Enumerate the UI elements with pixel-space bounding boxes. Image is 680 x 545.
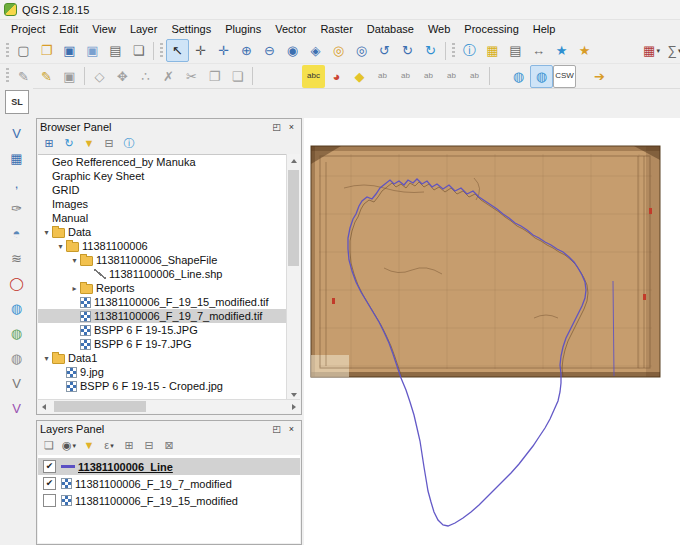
diagram-options-button[interactable]: ◆ <box>348 65 371 88</box>
add-vector-layer-button[interactable]: V <box>5 122 28 145</box>
move-feature-button[interactable]: ✥ <box>111 65 134 88</box>
new-project-button[interactable]: ▢ <box>12 39 35 62</box>
copy-features-button[interactable]: ❐ <box>203 65 226 88</box>
web-services-button[interactable]: ◍ <box>530 65 553 88</box>
node-tool-button[interactable]: ∴ <box>134 65 157 88</box>
filter-legend-button[interactable]: ▼ <box>79 436 99 455</box>
add-raster-layer-button[interactable]: ▦ <box>5 147 28 170</box>
measure-button[interactable]: ↔ <box>527 39 550 62</box>
toolbar-grip[interactable] <box>160 43 163 59</box>
collapse-all-button[interactable]: ⊟ <box>99 134 119 153</box>
label-pin-button[interactable]: ab <box>371 65 394 88</box>
properties-widget-button[interactable]: ⓘ <box>119 134 139 153</box>
tree-item[interactable]: Graphic Key Sheet <box>38 169 288 183</box>
collapse-arrow-icon[interactable]: ▾ <box>69 256 80 265</box>
tree-item[interactable]: Manual <box>38 211 288 225</box>
add-spatialite-layer-button[interactable]: ✑ <box>5 197 28 220</box>
add-group-button[interactable]: ❏ <box>39 436 59 455</box>
menu-raster[interactable]: Raster <box>313 21 359 37</box>
toolbar-grip[interactable] <box>6 43 9 59</box>
menu-project[interactable]: Project <box>4 21 52 37</box>
csw-button[interactable]: CSW <box>553 65 576 88</box>
add-selected-layers-button[interactable]: ⊞ <box>39 134 59 153</box>
tree-item[interactable]: 11381100006_F_19_15_modified.tif <box>38 295 288 309</box>
menu-help[interactable]: Help <box>526 21 563 37</box>
pan-map-button[interactable]: ✛ <box>189 39 212 62</box>
browser-horizontal-scrollbar[interactable] <box>38 399 300 413</box>
browser-float-icon[interactable]: ◰ <box>270 120 283 133</box>
checkbox-checked[interactable]: ✔ <box>43 460 56 473</box>
menu-vector[interactable]: Vector <box>268 21 313 37</box>
toolbar-grip[interactable] <box>6 68 9 84</box>
add-postgis-layer-button[interactable]: ◓ <box>5 222 28 245</box>
zoom-next-button[interactable]: ↻ <box>396 39 419 62</box>
save-project-as-button[interactable]: ▣ <box>81 39 104 62</box>
label-rotate-button[interactable]: ab <box>440 65 463 88</box>
zoom-full-button[interactable]: ◈ <box>304 39 327 62</box>
delete-selected-button[interactable]: ✗ <box>157 65 180 88</box>
cut-features-button[interactable]: ✂ <box>180 65 203 88</box>
scroll-left-button[interactable] <box>38 400 51 413</box>
paste-features-button[interactable]: ❏ <box>226 65 249 88</box>
zoom-native-button[interactable]: ◉ <box>281 39 304 62</box>
add-wcs-layer-button[interactable]: ◍ <box>5 322 28 345</box>
tree-item[interactable]: ▾Data1 <box>38 351 288 365</box>
tree-item[interactable]: 11381100006_F_19_7_modified.tif <box>38 309 288 323</box>
scroll-right-button[interactable] <box>287 400 300 413</box>
tree-item[interactable]: BSPP 6 F 19-15 - Croped.jpg <box>38 379 288 393</box>
tree-item[interactable]: ▸Reports <box>38 281 288 295</box>
tree-item[interactable]: BSPP 6 F 19-7.JPG <box>38 337 288 351</box>
metasearch-button[interactable]: ◍ <box>507 65 530 88</box>
select-features-button[interactable]: ▦ <box>481 39 504 62</box>
add-mssql-layer-button[interactable]: ≋ <box>5 247 28 270</box>
zoom-last-button[interactable]: ↺ <box>373 39 396 62</box>
new-bookmark-button[interactable]: ★ <box>550 39 573 62</box>
sl-plugin-button[interactable]: SL <box>5 90 29 114</box>
refresh-browser-button[interactable]: ↻ <box>59 134 79 153</box>
menu-web[interactable]: Web <box>421 21 457 37</box>
refresh-map-button[interactable]: ↻ <box>419 39 442 62</box>
tree-item[interactable]: ▾11381100006 <box>38 239 288 253</box>
tree-item[interactable]: ▾11381100006_ShapeFile <box>38 253 288 267</box>
checkbox-unchecked[interactable] <box>43 494 56 507</box>
identify-button[interactable]: ⓘ <box>458 39 481 62</box>
pan-to-selection-button[interactable]: ✛ <box>212 39 235 62</box>
open-project-button[interactable]: ❐ <box>35 39 58 62</box>
menu-settings[interactable]: Settings <box>164 21 218 37</box>
menu-view[interactable]: View <box>85 21 123 37</box>
layers-float-icon[interactable]: ◰ <box>270 422 283 435</box>
layer-labeling-button[interactable]: abc <box>302 65 325 88</box>
expand-all-button[interactable]: ⊞ <box>119 436 139 455</box>
collapse-arrow-icon[interactable]: ▾ <box>41 228 52 237</box>
save-project-button[interactable]: ▣ <box>58 39 81 62</box>
expand-arrow-icon[interactable]: ▸ <box>69 284 80 293</box>
browser-vertical-scrollbar[interactable] <box>286 154 300 401</box>
select-tool-button[interactable]: ↖ <box>166 39 189 62</box>
tree-item[interactable]: Images <box>38 197 288 211</box>
add-virtual-layer-button[interactable]: V <box>5 397 28 420</box>
toolbar-grip[interactable] <box>452 43 455 59</box>
menu-edit[interactable]: Edit <box>52 21 85 37</box>
filter-expression-button[interactable]: ε▾ <box>99 436 119 455</box>
add-wms-layer-button[interactable]: ◍ <box>5 297 28 320</box>
collapse-arrow-icon[interactable]: ▾ <box>55 242 66 251</box>
add-oracle-layer-button[interactable]: ◯ <box>5 272 28 295</box>
layer-item[interactable]: 11381100006_F_19_15_modified <box>38 492 300 509</box>
menu-layer[interactable]: Layer <box>123 21 165 37</box>
layer-item[interactable]: ✔11381100006_Line <box>38 458 300 475</box>
add-delimited-text-button[interactable]: , <box>5 172 28 195</box>
show-bookmarks-button[interactable]: ★ <box>573 39 596 62</box>
new-shapefile-layer-button[interactable]: V <box>5 372 28 395</box>
remove-layer-button[interactable]: ⊠ <box>159 436 179 455</box>
open-attribute-table-button[interactable]: ▤ <box>504 39 527 62</box>
layers-close-icon[interactable]: × <box>285 422 298 435</box>
save-layer-edits-button[interactable]: ▣ <box>58 65 81 88</box>
label-properties-button[interactable]: ab <box>463 65 486 88</box>
filter-browser-button[interactable]: ▼ <box>79 134 99 153</box>
add-wfs-layer-button[interactable]: ◍ <box>5 347 28 370</box>
composer-manager-button[interactable]: ❏ <box>127 39 150 62</box>
statistical-summary-dropdown[interactable]: ∑▾ <box>663 39 680 62</box>
browser-close-icon[interactable]: × <box>285 120 298 133</box>
layer-item[interactable]: ✔11381100006_F_19_7_modified <box>38 475 300 492</box>
tree-item[interactable]: Geo Refferenced_by Manuka <box>38 155 288 169</box>
